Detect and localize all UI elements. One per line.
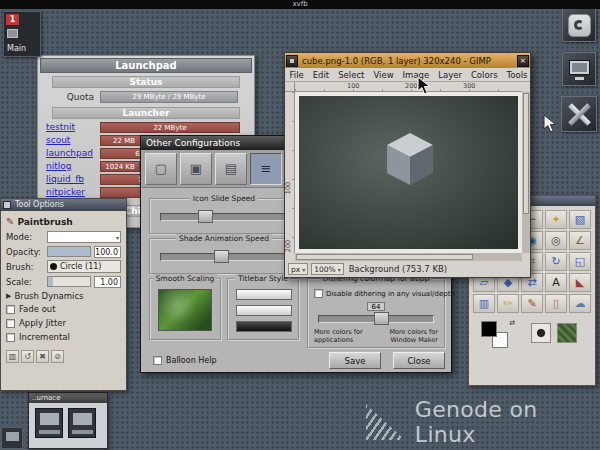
zoom-tool[interactable]: ◎ [545, 231, 567, 250]
checkbox-icon[interactable] [6, 305, 15, 314]
fuzzy-select-tool[interactable]: ✦ [545, 210, 567, 229]
incremental-checkbox[interactable]: Incremental [6, 330, 121, 344]
monitor-base-icon [575, 77, 584, 80]
checkbox-icon[interactable] [314, 289, 323, 298]
rotate-tool[interactable]: ↻ [545, 252, 567, 271]
restore-options-icon[interactable]: ↺ [21, 350, 34, 363]
fade-out-checkbox[interactable]: Fade out [6, 302, 121, 316]
dock-tile-draw[interactable] [561, 96, 597, 132]
scale-slider[interactable] [47, 276, 91, 287]
bucket-fill-tool[interactable]: ◣ [569, 273, 591, 292]
workspace-panel[interactable]: 1 Main [3, 11, 41, 57]
close-icon[interactable]: ✕ [517, 55, 529, 67]
mode-select[interactable]: ▾ [47, 231, 121, 243]
checkbox-icon[interactable] [6, 333, 15, 342]
monitor-icon [6, 432, 19, 441]
pattern-preview[interactable] [557, 323, 577, 343]
menu-select[interactable]: Select [334, 70, 369, 80]
paintbrush-tool[interactable]: ✎ [521, 294, 543, 313]
brush-dynamics-label: Brush Dynamics [14, 291, 83, 301]
terminal-screen-icon [73, 413, 92, 425]
menu-file[interactable]: File [285, 70, 308, 80]
corner-app-icon[interactable] [1, 427, 23, 449]
unit-value: px [291, 265, 300, 274]
launchpad-titlebar[interactable]: Launchpad [40, 58, 252, 73]
select-by-color-tool[interactable]: ▧ [569, 210, 591, 229]
launcher-link-launchpad[interactable]: launchpad [46, 148, 93, 158]
launcher-link-scout[interactable]: scout [46, 135, 70, 145]
close-button[interactable]: Close [393, 352, 445, 369]
slider-handle[interactable] [198, 210, 213, 223]
vertical-scrollbar-thumb[interactable] [523, 93, 529, 214]
balloon-help-checkbox[interactable]: Balloon Help [153, 356, 216, 365]
opacity-label: Opacity: [6, 247, 44, 257]
menu-layer[interactable]: Layer [434, 70, 467, 80]
menu-view[interactable]: View [369, 70, 398, 80]
dock-tile-gnustep[interactable] [562, 8, 596, 42]
gimp-canvas[interactable] [295, 92, 522, 253]
unit-select[interactable]: px ▾ [288, 263, 308, 275]
dock-tile-display[interactable] [562, 52, 596, 86]
scale-value[interactable]: 1.00 [94, 276, 121, 288]
smooth-scaling-preview[interactable] [158, 289, 212, 331]
brush-select-button[interactable]: Circle (11) [47, 260, 121, 273]
delete-options-icon[interactable]: ✖ [36, 350, 49, 363]
measure-tool[interactable]: ∠ [569, 231, 591, 250]
zoom-select[interactable]: 100% ▾ [311, 263, 343, 275]
dither-colors-slider[interactable] [318, 315, 434, 323]
gimp-titlebar[interactable]: cube.png-1.0 (RGB, 1 layer) 320x240 - GI… [285, 53, 530, 68]
launcher-link-nitpicker[interactable]: nitpicker [46, 187, 85, 197]
menu-tools[interactable]: Tools [502, 70, 532, 80]
apply-jitter-checkbox[interactable]: Apply Jitter [6, 316, 121, 330]
save-options-icon[interactable]: ▥ [6, 350, 19, 363]
launcher-link-nitlog[interactable]: nitlog [46, 161, 71, 171]
eraser-tool[interactable]: ▯ [545, 294, 567, 313]
fg-color-swatch[interactable] [481, 321, 497, 337]
smooth-scaling-panel: Smooth Scaling [149, 278, 221, 340]
save-button[interactable]: Save [329, 352, 381, 369]
checkbox-icon[interactable] [6, 319, 15, 328]
fg-bg-color-selector[interactable]: ⇄ [479, 320, 515, 352]
menu-edit[interactable]: Edit [308, 70, 333, 80]
menu-colors[interactable]: Colors [466, 70, 502, 80]
ruler-mark: 100 [284, 182, 292, 194]
titlebar-style-option-3[interactable] [236, 321, 292, 332]
pencil-tool[interactable]: ✏ [497, 294, 519, 313]
launcher-link-testnit[interactable]: testnit [46, 122, 75, 132]
launcher-row: testnit 22 MByte [38, 121, 254, 134]
brush-dynamics-expander[interactable]: ▶ Brush Dynamics [6, 289, 121, 302]
slider-handle[interactable] [214, 250, 229, 263]
other-configurations-icon[interactable]: ≡ [250, 153, 282, 185]
titlebar-style-option-2[interactable] [236, 305, 292, 316]
tool-options-titlebar[interactable]: Tool Options [1, 199, 126, 211]
chevron-down-icon: ▾ [302, 266, 305, 273]
window-handling-icon[interactable]: ▣ [180, 153, 212, 185]
miniaturize-icon[interactable] [286, 55, 298, 67]
swap-colors-icon[interactable]: ⇄ [509, 319, 515, 327]
text-tool[interactable]: A [545, 273, 567, 292]
shade-animation-speed-slider[interactable] [160, 253, 288, 261]
quota-row: Quota 29 MByte / 29 MByte [38, 90, 254, 104]
checkbox-icon[interactable] [153, 356, 162, 365]
scale-tool[interactable]: ◱ [569, 252, 591, 271]
slider-handle[interactable] [374, 312, 389, 325]
window-focus-icon[interactable]: ▢ [145, 153, 177, 185]
disable-dithering-checkbox[interactable]: Disable dithering in any visual/depth [314, 289, 455, 298]
brush-preview[interactable] [531, 323, 551, 343]
launcher-quota-bar: 1024 KB [100, 161, 140, 172]
horizontal-scrollbar-thumb[interactable] [296, 254, 473, 260]
airbrush-tool[interactable]: ☁ [569, 294, 591, 313]
gradient-tool[interactable]: ▥ [473, 294, 495, 313]
reset-options-icon[interactable]: ⊘ [51, 350, 64, 363]
terminal-icon[interactable] [68, 408, 96, 438]
opacity-slider[interactable] [47, 246, 91, 257]
icon-slide-speed-slider[interactable] [160, 213, 288, 221]
toolbox-color-area: ⇄ [473, 317, 591, 361]
workspace-icon[interactable]: ▤ [215, 153, 247, 185]
titlebar-style-option-1[interactable] [236, 289, 292, 300]
launcher-heading: Launcher [52, 107, 240, 119]
opacity-value[interactable]: 100.0 [94, 246, 121, 258]
launcher-link-liquid-fb[interactable]: liquid_fb [46, 174, 84, 184]
terminal-icon[interactable] [35, 408, 63, 438]
mini-window-titlebar[interactable]: ..urnace [29, 393, 107, 403]
